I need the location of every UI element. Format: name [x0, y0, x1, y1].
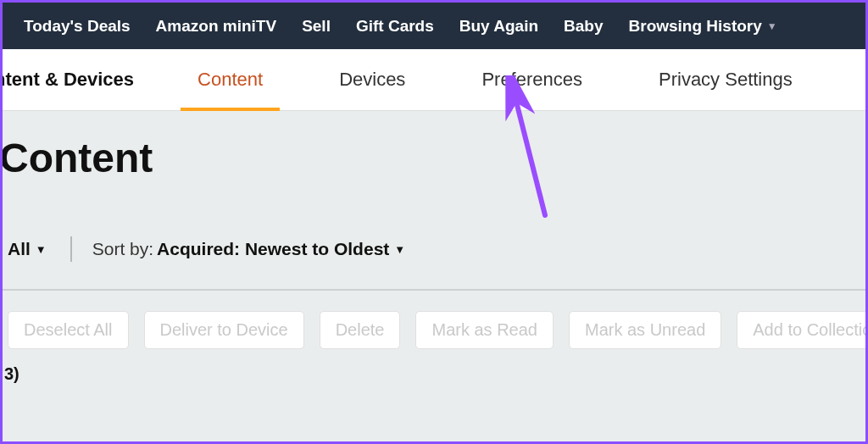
- section-title: ntent & Devices: [0, 69, 159, 91]
- nav-amazon-minitv[interactable]: Amazon miniTV: [143, 3, 290, 49]
- tab-content[interactable]: Content: [181, 49, 280, 111]
- mark-as-read-button[interactable]: Mark as Read: [415, 311, 554, 349]
- add-to-collection-button[interactable]: Add to Collection: [737, 311, 868, 349]
- nav-label: Baby: [564, 17, 603, 36]
- tab-label: Content: [198, 69, 263, 91]
- filter-all-label: All: [8, 239, 31, 259]
- deliver-to-device-button[interactable]: Deliver to Device: [144, 311, 304, 349]
- nav-label: Buy Again: [459, 17, 538, 36]
- tab-preferences[interactable]: Preferences: [465, 49, 599, 111]
- filter-row: All ▼ Sort by: Acquired: Newest to Oldes…: [3, 181, 865, 262]
- tab-devices[interactable]: Devices: [322, 49, 422, 111]
- nav-label: Amazon miniTV: [156, 17, 277, 36]
- action-bar: Deselect All Deliver to Device Delete Ma…: [3, 291, 865, 349]
- top-nav: Today's Deals Amazon miniTV Sell Gift Ca…: [3, 3, 865, 49]
- sort-value-label: Acquired: Newest to Oldest: [157, 239, 389, 259]
- nav-gift-cards[interactable]: Gift Cards: [343, 3, 447, 49]
- vertical-divider: [70, 236, 72, 262]
- sort-by-label: Sort by:: [92, 239, 153, 259]
- main-content: Content All ▼ Sort by: Acquired: Newest …: [3, 111, 865, 441]
- chevron-down-icon: ▼: [394, 243, 405, 256]
- tabbar: ntent & Devices Content Devices Preferen…: [0, 49, 865, 111]
- tab-label: Preferences: [481, 69, 582, 91]
- chevron-down-icon: ▼: [36, 243, 47, 256]
- deselect-all-button[interactable]: Deselect All: [8, 311, 129, 349]
- nav-buy-again[interactable]: Buy Again: [447, 3, 551, 49]
- nav-label: Gift Cards: [356, 17, 434, 36]
- nav-label: Sell: [302, 17, 331, 36]
- sort-dropdown[interactable]: Acquired: Newest to Oldest ▼: [157, 239, 405, 259]
- nav-todays-deals[interactable]: Today's Deals: [11, 3, 143, 49]
- tab-label: Devices: [339, 69, 405, 91]
- page-title: Content: [0, 111, 865, 181]
- nav-browsing-history[interactable]: Browsing History ▼: [616, 3, 790, 49]
- chevron-down-icon: ▼: [767, 20, 777, 32]
- delete-button[interactable]: Delete: [320, 311, 401, 349]
- nav-label: Today's Deals: [24, 17, 131, 36]
- mark-as-unread-button[interactable]: Mark as Unread: [569, 311, 721, 349]
- nav-sell[interactable]: Sell: [289, 3, 343, 49]
- nav-baby[interactable]: Baby: [551, 3, 615, 49]
- filter-all-dropdown[interactable]: All ▼: [8, 239, 64, 259]
- tab-privacy-settings[interactable]: Privacy Settings: [642, 49, 810, 111]
- count-fragment: 3): [3, 349, 865, 384]
- tab-label: Privacy Settings: [659, 69, 793, 91]
- nav-label: Browsing History: [629, 17, 762, 36]
